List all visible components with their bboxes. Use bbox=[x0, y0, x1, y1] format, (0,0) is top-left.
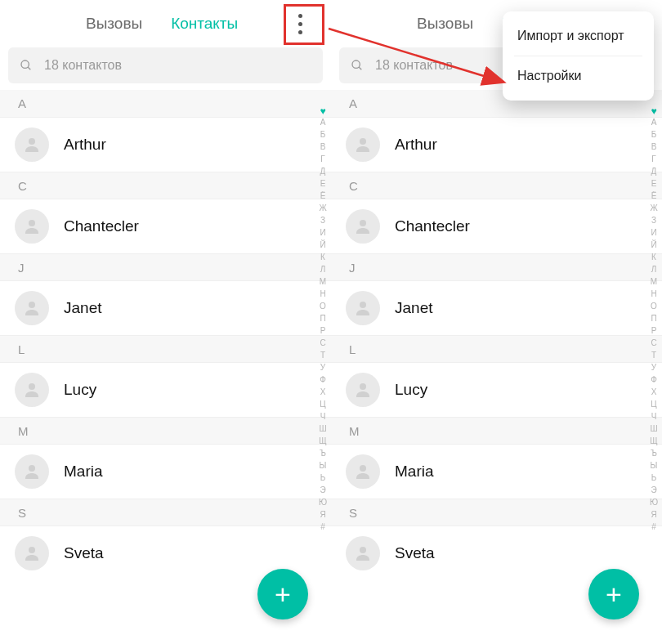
index-letter[interactable]: Х bbox=[651, 387, 657, 399]
index-letter[interactable]: А bbox=[320, 118, 326, 129]
index-letter[interactable]: С bbox=[320, 338, 325, 350]
index-letter[interactable]: Т bbox=[320, 351, 325, 362]
index-letter[interactable]: # bbox=[320, 522, 325, 534]
index-letter[interactable]: Г bbox=[651, 154, 655, 166]
tab-calls[interactable]: Вызовы bbox=[409, 0, 481, 47]
index-letter[interactable]: Ш bbox=[319, 424, 326, 436]
index-letter[interactable]: Я bbox=[651, 510, 656, 521]
index-letter[interactable]: И bbox=[320, 228, 325, 239]
index-letter[interactable]: В bbox=[651, 142, 657, 154]
index-letter[interactable]: У bbox=[651, 363, 656, 374]
index-letter[interactable]: К bbox=[651, 253, 656, 264]
index-letter[interactable]: Э bbox=[651, 485, 656, 497]
index-letter[interactable]: Б bbox=[651, 130, 657, 141]
index-letter[interactable]: Ы bbox=[320, 461, 327, 472]
contact-row[interactable]: Arthur bbox=[331, 118, 662, 172]
overflow-menu-button[interactable] bbox=[282, 6, 318, 42]
index-letter[interactable]: Ы bbox=[651, 461, 658, 472]
index-letter[interactable]: Б bbox=[320, 130, 326, 141]
contact-row[interactable]: Janet bbox=[331, 281, 662, 335]
index-letter[interactable]: О bbox=[651, 302, 657, 313]
index-letter[interactable]: Н bbox=[651, 289, 656, 301]
popup-item-import-export[interactable]: Импорт и экспорт bbox=[503, 16, 654, 56]
index-letter[interactable]: Р bbox=[651, 326, 657, 338]
index-letter[interactable]: В bbox=[320, 142, 326, 154]
svg-point-13 bbox=[360, 383, 366, 390]
index-letter[interactable]: Л bbox=[651, 265, 657, 276]
index-letter[interactable]: Ф bbox=[651, 375, 657, 387]
index-letter[interactable]: М bbox=[320, 277, 326, 288]
index-letter[interactable]: Я bbox=[320, 510, 325, 521]
index-letter[interactable]: Ч bbox=[320, 412, 326, 423]
index-letter[interactable]: З bbox=[651, 216, 656, 227]
index-letter[interactable]: Д bbox=[651, 167, 657, 178]
index-letter[interactable]: М bbox=[651, 277, 657, 288]
index-letter[interactable]: О bbox=[320, 302, 326, 313]
alphabet-index[interactable]: ♥АБВГДЕЁЖЗИЙКЛМНОПРСТУФХЦЧШЩЪЫЬЭЮЯ# bbox=[647, 106, 660, 534]
index-letter[interactable]: Ь bbox=[320, 473, 326, 485]
index-letter[interactable]: Х bbox=[320, 387, 326, 399]
contact-name: Janet bbox=[395, 299, 432, 317]
vertical-dots-icon bbox=[298, 14, 302, 34]
index-letter[interactable]: Щ bbox=[650, 436, 657, 448]
index-letter[interactable]: Щ bbox=[319, 436, 326, 448]
tab-bar: Вызовы Контакты bbox=[0, 0, 331, 47]
index-letter[interactable]: П bbox=[320, 314, 325, 325]
index-letter[interactable]: Ж bbox=[650, 203, 657, 215]
index-letter[interactable]: Ж bbox=[319, 203, 326, 215]
index-letter[interactable]: У bbox=[320, 363, 325, 374]
avatar-icon bbox=[346, 454, 380, 489]
index-letter[interactable]: # bbox=[651, 522, 656, 534]
index-letter[interactable]: Ё bbox=[320, 191, 326, 203]
search-input[interactable]: 18 контактов bbox=[8, 47, 323, 83]
popup-item-settings[interactable]: Настройки bbox=[503, 56, 654, 96]
index-heart-icon[interactable]: ♥ bbox=[320, 106, 325, 117]
avatar-icon bbox=[15, 209, 49, 244]
tab-calls[interactable]: Вызовы bbox=[78, 0, 150, 47]
index-letter[interactable]: Т bbox=[651, 351, 656, 362]
index-letter[interactable]: Г bbox=[320, 154, 324, 166]
index-letter[interactable]: И bbox=[651, 228, 656, 239]
index-letter[interactable]: А bbox=[651, 118, 657, 129]
index-letter[interactable]: Е bbox=[320, 179, 326, 190]
contact-row[interactable]: Lucy bbox=[331, 363, 662, 417]
alphabet-index[interactable]: ♥АБВГДЕЁЖЗИЙКЛМНОПРСТУФХЦЧШЩЪЫЬЭЮЯ# bbox=[316, 106, 329, 534]
index-letter[interactable]: Ю bbox=[650, 498, 658, 509]
index-letter[interactable]: П bbox=[651, 314, 656, 325]
index-letter[interactable]: Ь bbox=[651, 473, 657, 485]
contact-row[interactable]: Maria bbox=[0, 445, 331, 499]
add-contact-fab[interactable]: + bbox=[588, 569, 639, 619]
contact-row[interactable]: Chantecler bbox=[0, 199, 331, 253]
index-letter[interactable]: Е bbox=[651, 179, 657, 190]
index-letter[interactable]: Ъ bbox=[651, 449, 657, 460]
contact-row[interactable]: Maria bbox=[331, 445, 662, 499]
index-letter[interactable]: З bbox=[320, 216, 325, 227]
index-letter[interactable]: Р bbox=[320, 326, 326, 338]
index-letter[interactable]: Ц bbox=[320, 400, 325, 411]
index-letter[interactable]: Й bbox=[651, 240, 656, 252]
section-header: C bbox=[331, 172, 662, 199]
index-letter[interactable]: Ц bbox=[651, 400, 656, 411]
index-letter[interactable]: Ш bbox=[650, 424, 657, 436]
contact-row[interactable]: Janet bbox=[0, 281, 331, 335]
contact-row[interactable]: Lucy bbox=[0, 363, 331, 417]
index-letter[interactable]: Ч bbox=[651, 412, 657, 423]
index-letter[interactable]: Ъ bbox=[320, 449, 326, 460]
contact-row[interactable]: Chantecler bbox=[331, 199, 662, 253]
index-heart-icon[interactable]: ♥ bbox=[651, 106, 656, 117]
index-letter[interactable]: Д bbox=[320, 167, 326, 178]
index-letter[interactable]: Л bbox=[320, 265, 326, 276]
index-letter[interactable]: Й bbox=[320, 240, 325, 252]
svg-point-12 bbox=[360, 302, 366, 308]
index-letter[interactable]: Ф bbox=[320, 375, 326, 387]
index-letter[interactable]: Э bbox=[320, 485, 325, 497]
index-letter[interactable]: Н bbox=[320, 289, 325, 301]
add-contact-fab[interactable]: + bbox=[257, 569, 308, 619]
tab-contacts[interactable]: Контакты bbox=[163, 0, 246, 47]
index-letter[interactable]: Ю bbox=[319, 498, 327, 509]
contact-row[interactable]: Arthur bbox=[0, 118, 331, 172]
index-letter[interactable]: С bbox=[651, 338, 656, 350]
contact-name: Sveta bbox=[395, 544, 435, 562]
index-letter[interactable]: Ё bbox=[651, 191, 657, 203]
index-letter[interactable]: К bbox=[320, 253, 325, 264]
